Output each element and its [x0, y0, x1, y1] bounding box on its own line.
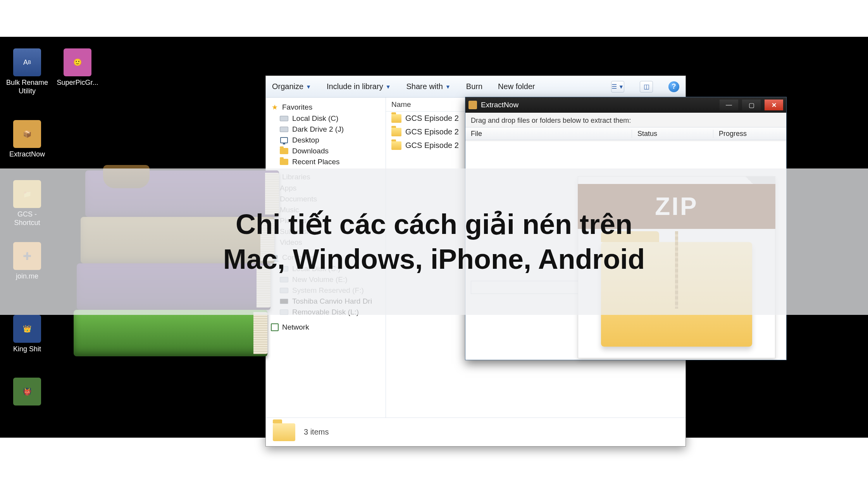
nav-item-downloads[interactable]: Downloads — [268, 146, 383, 156]
extractnow-app-icon — [468, 101, 477, 109]
new-folder-button[interactable]: New folder — [498, 82, 535, 91]
column-header-progress[interactable]: Progress — [713, 130, 786, 138]
overlay-line-2: Mac, Windows, iPhone, Android — [223, 242, 645, 277]
nav-item-label: Recent Places — [292, 158, 340, 166]
desktop-icon-superpicgr[interactable]: 🙂 SuperPicGr... — [54, 48, 101, 87]
folder-icon — [280, 147, 288, 155]
overlay-title: Chi tiết các cách giải nén trên Mac, Win… — [223, 207, 645, 277]
star-icon: ★ — [270, 103, 279, 112]
include-label: Include in library — [327, 82, 383, 91]
nav-item-label: Downloads — [292, 147, 329, 155]
book-icon — [74, 310, 267, 356]
column-header-label: Name — [391, 100, 411, 109]
nav-item-dark-drive-2[interactable]: Dark Drive 2 (J) — [268, 124, 383, 135]
monitor-icon — [280, 136, 288, 144]
column-header-status[interactable]: Status — [632, 130, 713, 138]
desktop-icon-label: SuperPicGr... — [54, 79, 101, 87]
nav-item-desktop[interactable]: Desktop — [268, 135, 383, 146]
stage: AB Bulk Rename Utility 🙂 SuperPicGr... 📦… — [0, 0, 868, 488]
desktop-icon-orc[interactable]: 👹 — [4, 378, 50, 408]
minimize-button[interactable]: — — [720, 100, 738, 110]
desktop-icon-label: King Shit — [4, 345, 50, 354]
folder-icon — [391, 114, 401, 123]
drive-icon — [280, 125, 288, 134]
share-label: Share with — [406, 82, 443, 91]
nav-item-local-disk-c[interactable]: Local Disk (C) — [268, 113, 383, 124]
nav-item-label: Dark Drive 2 (J) — [292, 125, 344, 134]
nav-item-label: Local Disk (C) — [292, 114, 338, 123]
desktop-icon-label: ExtractNow — [4, 150, 50, 159]
share-with-button[interactable]: Share with▼ — [406, 82, 451, 91]
preview-pane-button[interactable]: ◫ — [640, 81, 653, 93]
chevron-down-icon: ▼ — [618, 84, 624, 90]
explorer-status-bar: 3 items — [266, 418, 685, 446]
organize-label: Organize — [272, 82, 303, 91]
window-title: ExtractNow — [481, 101, 716, 109]
chevron-down-icon: ▼ — [445, 84, 451, 90]
help-button[interactable]: ? — [668, 81, 679, 92]
overlay-line-1: Chi tiết các cách giải nén trên — [223, 207, 645, 242]
folder-icon — [391, 128, 401, 136]
extractnow-icon: 📦 — [13, 120, 41, 148]
bulk-rename-icon: AB — [13, 48, 41, 76]
superpicgr-icon: 🙂 — [64, 48, 91, 76]
folder-icon — [391, 141, 401, 150]
nav-item-label: Desktop — [292, 136, 319, 144]
drop-hint-text: Drag and drop files or folders below to … — [465, 113, 786, 127]
column-label: Progress — [719, 130, 747, 137]
orc-icon: 👹 — [13, 378, 41, 406]
burn-button[interactable]: Burn — [466, 82, 482, 91]
network-label: Network — [282, 323, 309, 332]
nav-favorites-header[interactable]: ★Favorites — [268, 101, 383, 113]
maximize-button[interactable]: ▢ — [742, 100, 761, 110]
burn-label: Burn — [466, 82, 482, 91]
desktop-icon-bulk-rename[interactable]: AB Bulk Rename Utility — [4, 48, 50, 95]
explorer-toolbar: Organize▼ Include in library▼ Share with… — [266, 76, 685, 98]
chevron-down-icon: ▼ — [386, 84, 391, 90]
column-label: File — [471, 130, 482, 137]
title-overlay: Chi tiết các cách giải nén trên Mac, Win… — [0, 168, 868, 315]
nav-network-header[interactable]: Network — [268, 321, 383, 333]
extractnow-titlebar[interactable]: ExtractNow — ▢ ✕ — [465, 97, 786, 113]
file-name: GCS Episode 2 — [405, 141, 459, 150]
folder-icon — [273, 423, 295, 441]
column-label: Status — [637, 130, 657, 137]
file-name: GCS Episode 2 — [405, 127, 459, 136]
desktop-icon-label: Bulk Rename Utility — [4, 79, 50, 95]
drive-icon — [280, 114, 288, 123]
folder-icon — [280, 158, 288, 166]
crown-icon: 👑 — [13, 315, 41, 343]
favorites-label: Favorites — [282, 103, 312, 112]
new-folder-label: New folder — [498, 82, 535, 91]
desktop-icon-king-shit[interactable]: 👑 King Shit — [4, 315, 50, 354]
nav-item-recent-places[interactable]: Recent Places — [268, 156, 383, 167]
column-header-file[interactable]: File — [465, 130, 632, 138]
organize-button[interactable]: Organize▼ — [272, 82, 311, 91]
include-in-library-button[interactable]: Include in library▼ — [327, 82, 391, 91]
close-button[interactable]: ✕ — [765, 100, 783, 110]
chevron-down-icon: ▼ — [306, 84, 311, 90]
file-name: GCS Episode 2 — [405, 114, 459, 123]
extractnow-columns: File Status Progress — [465, 127, 786, 140]
view-options-button[interactable]: ☰▼ — [611, 81, 624, 93]
desktop-icon-extractnow[interactable]: 📦 ExtractNow — [4, 120, 50, 159]
status-text: 3 items — [304, 428, 329, 436]
